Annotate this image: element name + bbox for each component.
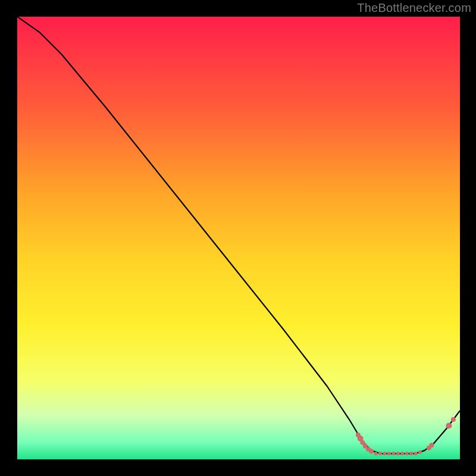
data-marker bbox=[369, 449, 374, 454]
data-marker bbox=[414, 452, 418, 455]
data-marker bbox=[396, 452, 400, 455]
plot-background bbox=[17, 17, 460, 459]
chart-stage: { "attribution": "TheBottlenecker.com", … bbox=[0, 0, 476, 476]
data-marker bbox=[387, 452, 391, 455]
chart-svg bbox=[0, 0, 476, 476]
data-marker bbox=[374, 452, 378, 455]
data-marker bbox=[451, 417, 456, 422]
data-marker bbox=[405, 452, 409, 455]
data-marker bbox=[429, 443, 434, 447]
data-marker bbox=[409, 452, 413, 455]
data-marker bbox=[400, 452, 404, 455]
data-marker bbox=[383, 452, 387, 455]
attribution-text: TheBottlenecker.com bbox=[357, 1, 471, 15]
data-marker bbox=[392, 452, 395, 455]
data-marker bbox=[446, 422, 452, 428]
data-marker bbox=[418, 450, 422, 454]
data-marker bbox=[378, 452, 382, 455]
